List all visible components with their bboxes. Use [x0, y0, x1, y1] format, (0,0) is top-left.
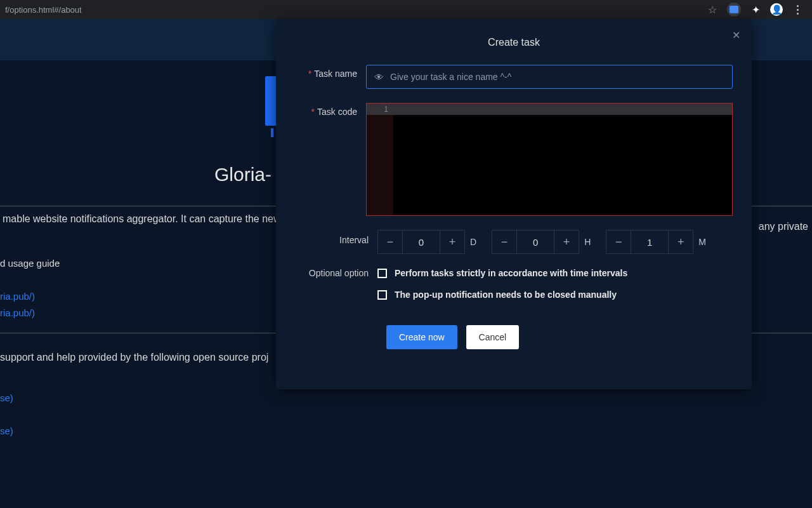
external-link[interactable]: se) — [0, 392, 13, 403]
cancel-button[interactable]: Cancel — [466, 325, 520, 349]
profile-avatar-icon[interactable]: 👤 — [770, 3, 783, 16]
create-task-modal: Create task ✕ *Task name 👁 Give your tas… — [276, 19, 752, 389]
decrement-button[interactable]: − — [606, 230, 631, 254]
task-name-label: *Task name — [295, 65, 366, 89]
browser-action-icons: ☆ ✦ 👤 — [707, 3, 807, 17]
modal-title: Create task — [295, 37, 733, 48]
interval-days-value[interactable]: 0 — [403, 230, 440, 254]
interval-row: Interval − 0 + D − 0 + H − 1 + — [295, 230, 733, 254]
task-name-placeholder: Give your task a nice name ^-^ — [390, 72, 511, 82]
task-name-row: *Task name 👁 Give your task a nice name … — [295, 65, 733, 89]
option-strict-label: Perform tasks strictly in accordance wit… — [395, 268, 627, 278]
page-title: Gloria- — [214, 164, 272, 185]
interval-minutes-stepper: − 1 + M — [606, 230, 706, 254]
description-text-right: any private — [759, 221, 808, 232]
option-manual-close[interactable]: The pop-up notification needs to be clos… — [377, 290, 733, 300]
code-line-number: 1 — [367, 104, 393, 115]
code-area[interactable] — [393, 104, 732, 215]
required-asterisk-icon: * — [308, 69, 311, 79]
optional-options-row: Optional option Perform tasks strictly i… — [295, 268, 733, 311]
unit-days-label: D — [470, 237, 476, 247]
create-now-button[interactable]: Create now — [386, 325, 457, 349]
unit-hours-label: H — [584, 237, 591, 247]
extensions-puzzle-icon[interactable]: ✦ — [750, 4, 761, 15]
support-text: support and help provided by the followi… — [0, 352, 268, 363]
extension-badge-icon[interactable] — [727, 3, 741, 17]
code-active-line — [393, 104, 732, 115]
checkbox-icon[interactable] — [377, 290, 387, 300]
eye-icon: 👁 — [374, 72, 384, 83]
external-link[interactable]: se) — [0, 425, 13, 436]
option-strict-interval[interactable]: Perform tasks strictly in accordance wit… — [377, 268, 733, 278]
required-asterisk-icon: * — [311, 107, 315, 117]
option-manual-close-label: The pop-up notification needs to be clos… — [395, 290, 617, 300]
interval-label: Interval — [295, 230, 377, 254]
description-text: mable website notifications aggregator. … — [0, 213, 280, 225]
external-link[interactable]: ria.pub/) — [0, 307, 35, 318]
browser-address-bar: f/options.html#/about ☆ ✦ 👤 — [0, 0, 812, 19]
task-code-editor[interactable]: 1 — [366, 103, 733, 216]
increment-button[interactable]: + — [668, 230, 693, 254]
increment-button[interactable]: + — [440, 230, 465, 254]
task-code-label: *Task code — [295, 103, 366, 216]
optional-label: Optional option — [295, 268, 377, 311]
usage-guide-text: d usage guide — [0, 258, 60, 269]
interval-days-stepper: − 0 + D — [377, 230, 476, 254]
bookmark-star-icon[interactable]: ☆ — [707, 4, 718, 15]
close-icon[interactable]: ✕ — [732, 29, 740, 41]
code-gutter: 1 — [367, 104, 393, 215]
unit-minutes-label: M — [698, 237, 706, 247]
url-text: f/options.html#/about — [5, 5, 707, 15]
page-body: Gloria- mable website notifications aggr… — [0, 19, 812, 508]
decrement-button[interactable]: − — [492, 230, 517, 254]
decrement-button[interactable]: − — [377, 230, 403, 254]
external-link[interactable]: ria.pub/) — [0, 291, 35, 302]
modal-action-buttons: Create now Cancel — [386, 325, 733, 349]
browser-menu-kebab-icon[interactable] — [792, 4, 803, 15]
increment-button[interactable]: + — [554, 230, 579, 254]
interval-minutes-value[interactable]: 1 — [631, 230, 668, 254]
task-name-input[interactable]: 👁 Give your task a nice name ^-^ — [366, 65, 733, 89]
task-code-row: *Task code 1 — [295, 103, 733, 216]
interval-hours-value[interactable]: 0 — [517, 230, 554, 254]
checkbox-icon[interactable] — [377, 269, 387, 278]
interval-hours-stepper: − 0 + H — [492, 230, 591, 254]
